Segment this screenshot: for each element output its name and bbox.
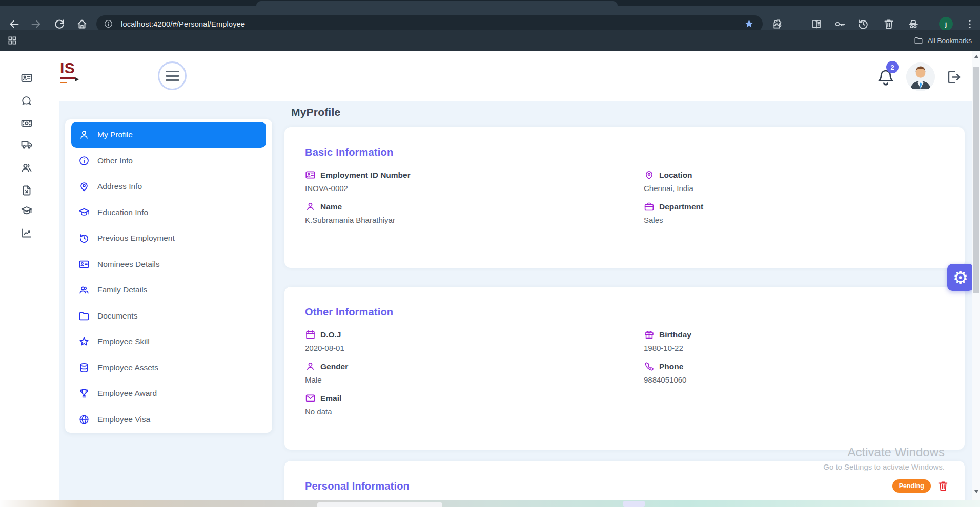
- team-icon[interactable]: [21, 161, 33, 174]
- bookmark-star-icon[interactable]: [744, 18, 754, 29]
- app-logo[interactable]: IS: [60, 59, 75, 79]
- menu-item-employee-award[interactable]: Employee Award: [71, 381, 266, 407]
- toolbar-separator: [794, 18, 794, 29]
- menu-item-address-info[interactable]: Address Info: [71, 174, 266, 200]
- field-label: Location: [659, 171, 692, 180]
- history-icon[interactable]: [857, 18, 869, 30]
- menu-item-nominees-details[interactable]: Nominees Details: [71, 251, 266, 278]
- menu-item-label: Other Info: [97, 156, 133, 165]
- menu-item-icon: [78, 362, 90, 373]
- browser-window: localhost:4200/#/Personal/Employee j All…: [0, 0, 980, 507]
- menu-item-other-info[interactable]: Other Info: [71, 148, 266, 174]
- bookmarks-bar: All Bookmarks: [0, 30, 980, 51]
- email-icon: [305, 393, 316, 404]
- menu-item-employee-skill[interactable]: Employee Skill: [71, 329, 266, 355]
- profile-menu: My Profile Other Info Address Info Educa…: [65, 119, 272, 433]
- partial-element: [317, 502, 442, 507]
- menu-item-education-info[interactable]: Education Info: [71, 200, 266, 226]
- menu-item-icon: [78, 155, 90, 166]
- field-value: No data: [305, 407, 644, 416]
- menu-item-icon: [78, 207, 90, 218]
- menu-item-previous-employment[interactable]: Previous Employment: [71, 225, 266, 251]
- chat-icon[interactable]: [21, 95, 33, 107]
- notifications-button[interactable]: 2: [876, 65, 895, 87]
- incognito-icon[interactable]: [907, 18, 920, 30]
- app-header: IS 2: [59, 51, 972, 101]
- menu-item-label: Employee Visa: [97, 415, 150, 424]
- active-tab[interactable]: [256, 1, 618, 6]
- menu-item-label: Employee Skill: [97, 337, 150, 346]
- passwords-icon[interactable]: [834, 18, 846, 30]
- info-field: Email No data: [305, 393, 644, 416]
- menu-item-label: Education Info: [97, 208, 148, 217]
- tab-strip: [0, 0, 980, 6]
- menu-item-label: Nominees Details: [97, 260, 159, 269]
- info-field: Department Sales: [644, 201, 965, 224]
- birthday-icon: [644, 329, 655, 340]
- menu-item-documents[interactable]: Documents: [71, 303, 266, 329]
- name-icon: [305, 201, 316, 212]
- field-value: K.Subramania Bharathiyar: [305, 216, 644, 224]
- payroll-icon[interactable]: [21, 117, 33, 130]
- url-text[interactable]: localhost:4200/#/Personal/Employee: [121, 20, 245, 28]
- field-label: Department: [659, 202, 703, 212]
- scrollbar-track[interactable]: [972, 51, 980, 507]
- reload-button[interactable]: [53, 18, 66, 30]
- menu-item-icon: [78, 336, 90, 347]
- back-button[interactable]: [8, 18, 21, 30]
- folder-icon: [914, 36, 923, 45]
- delete-icon[interactable]: [937, 480, 949, 492]
- scrollbar-thumb[interactable]: [973, 67, 979, 293]
- other-information-card: Other Information D.O.J 2020-08-01 Gende…: [284, 287, 965, 450]
- browser-menu-icon[interactable]: [964, 18, 976, 30]
- logistics-truck-icon[interactable]: [21, 138, 33, 151]
- menu-item-icon: [78, 284, 90, 295]
- field-label: Email: [320, 394, 341, 403]
- apps-grid-icon[interactable]: [7, 35, 17, 46]
- info-field: Gender Male: [305, 361, 644, 384]
- menu-item-family-details[interactable]: Family Details: [71, 277, 266, 303]
- forward-button[interactable]: [30, 18, 42, 30]
- all-bookmarks-button[interactable]: All Bookmarks: [914, 30, 972, 51]
- browser-toolbar: localhost:4200/#/Personal/Employee j: [0, 6, 980, 30]
- employment-id-icon: [305, 170, 316, 180]
- info-field: Employment ID Number INOVA-0002: [305, 170, 644, 193]
- scroll-up-button[interactable]: [972, 52, 980, 60]
- field-value: Sales: [644, 216, 965, 224]
- toolbar-separator: [929, 18, 929, 29]
- field-value: Chennai, India: [644, 184, 965, 193]
- analytics-icon[interactable]: [21, 227, 33, 239]
- scroll-down-button[interactable]: [972, 488, 980, 496]
- doj-icon: [305, 329, 316, 340]
- menu-item-my-profile[interactable]: My Profile: [71, 122, 266, 148]
- basic-information-card: Basic Information Employment ID Number I…: [284, 127, 965, 268]
- report-file-icon[interactable]: [21, 184, 33, 197]
- menu-item-employee-assets[interactable]: Employee Assets: [71, 355, 266, 381]
- field-value: 2020-08-01: [305, 344, 644, 352]
- training-icon[interactable]: [21, 205, 33, 217]
- delete-browsing-data-icon[interactable]: [883, 18, 895, 30]
- field-label: Gender: [320, 362, 348, 371]
- menu-item-label: My Profile: [97, 130, 133, 139]
- employee-badge-icon[interactable]: [21, 72, 33, 84]
- reading-list-icon[interactable]: [810, 18, 823, 30]
- home-button[interactable]: [76, 18, 88, 30]
- menu-item-employee-visa[interactable]: Employee Visa: [71, 407, 266, 433]
- info-field: Name K.Subramania Bharathiyar: [305, 201, 644, 224]
- field-label: Phone: [659, 362, 683, 371]
- menu-item-label: Address Info: [97, 182, 142, 191]
- sidebar-toggle-button[interactable]: [158, 61, 187, 90]
- section-title: Personal Information: [305, 480, 410, 492]
- logout-button[interactable]: [945, 69, 962, 86]
- bookmarks-separator: [903, 35, 903, 46]
- user-avatar[interactable]: [906, 62, 935, 91]
- site-info-icon[interactable]: [104, 19, 113, 29]
- extensions-icon[interactable]: [772, 18, 784, 30]
- info-field: D.O.J 2020-08-01: [305, 329, 644, 352]
- info-field: Location Chennai, India: [644, 170, 965, 193]
- settings-fab[interactable]: ⚙: [947, 264, 974, 291]
- info-field: Phone 9884051060: [644, 361, 965, 384]
- field-value: 1980-10-22: [644, 344, 965, 352]
- browser-profile-avatar[interactable]: j: [939, 17, 953, 31]
- location-icon: [644, 170, 655, 180]
